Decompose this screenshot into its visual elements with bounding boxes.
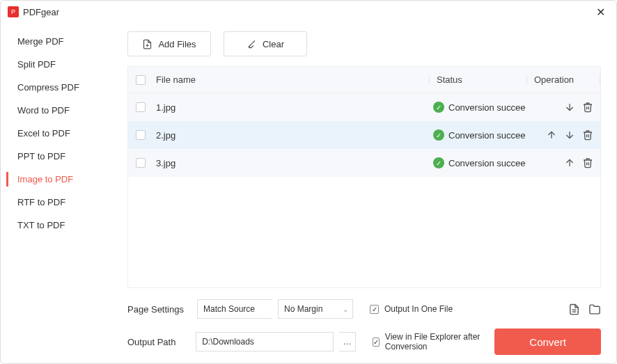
- arrow-up-icon[interactable]: [546, 129, 557, 141]
- app-logo: P: [8, 6, 19, 17]
- add-file-icon: [142, 39, 153, 49]
- chevron-down-icon: ⌄: [343, 306, 348, 313]
- sidebar-item-excel-to-pdf[interactable]: Excel to PDF: [1, 122, 119, 145]
- table-header: File name Status Operation: [128, 67, 600, 93]
- success-icon: ✓: [433, 157, 444, 168]
- browse-button[interactable]: …: [339, 332, 356, 351]
- sidebar-item-rtf-to-pdf[interactable]: RTF to PDF: [1, 191, 119, 214]
- output-path-input[interactable]: D:\Downloads: [196, 332, 334, 351]
- arrow-down-icon[interactable]: [564, 129, 575, 141]
- clear-button[interactable]: Clear: [224, 31, 307, 56]
- trash-icon[interactable]: [582, 102, 593, 113]
- select-all-checkbox[interactable]: [136, 75, 146, 85]
- add-files-button[interactable]: Add Files: [127, 31, 211, 56]
- success-icon: ✓: [433, 102, 444, 113]
- close-icon[interactable]: ✕: [592, 4, 609, 20]
- output-path-value: D:\Downloads: [202, 337, 254, 347]
- titlebar: P PDFgear ✕: [1, 1, 616, 23]
- arrow-up-icon[interactable]: [564, 157, 575, 168]
- header-operation: Operation: [526, 74, 600, 85]
- margin-value: No Margin: [284, 304, 322, 314]
- status-text: Conversion succee: [448, 158, 526, 168]
- page-settings-label: Page Settings: [127, 304, 192, 315]
- status-text: Conversion succee: [448, 130, 526, 141]
- clear-label: Clear: [263, 39, 284, 49]
- arrow-down-icon[interactable]: [564, 102, 575, 113]
- app-title: PDFgear: [23, 7, 59, 17]
- broom-icon: [247, 39, 257, 49]
- table-row[interactable]: 3.jpg✓Conversion succee: [128, 149, 600, 177]
- add-files-label: Add Files: [158, 39, 196, 49]
- page-size-select[interactable]: Match Source: [197, 299, 272, 319]
- sidebar-item-txt-to-pdf[interactable]: TXT to PDF: [1, 214, 119, 237]
- view-explorer-label: View in File Explorer after Conversion: [385, 332, 489, 352]
- page-size-value: Match Source: [203, 304, 255, 314]
- sidebar-item-compress-pdf[interactable]: Compress PDF: [1, 76, 119, 99]
- output-one-file-label: Output In One File: [384, 304, 453, 314]
- row-checkbox[interactable]: [136, 130, 146, 140]
- output-path-label: Output Path: [127, 337, 190, 347]
- success-icon: ✓: [433, 129, 444, 141]
- file-name: 2.jpg: [153, 130, 429, 141]
- sidebar-item-word-to-pdf[interactable]: Word to PDF: [1, 99, 119, 122]
- file-table: File name Status Operation 1.jpg✓Convers…: [127, 66, 601, 288]
- document-icon[interactable]: [568, 303, 580, 315]
- table-row[interactable]: 1.jpg✓Conversion succee: [128, 93, 600, 121]
- header-status: Status: [429, 74, 526, 85]
- sidebar-item-ppt-to-pdf[interactable]: PPT to PDF: [1, 145, 119, 168]
- sidebar-item-merge-pdf[interactable]: Merge PDF: [1, 30, 119, 53]
- status-text: Conversion succee: [448, 102, 526, 113]
- convert-button[interactable]: Convert: [494, 329, 601, 355]
- margin-select[interactable]: No Margin ⌄: [278, 299, 353, 319]
- trash-icon[interactable]: [582, 157, 593, 168]
- table-row[interactable]: 2.jpg✓Conversion succee: [128, 121, 600, 149]
- row-checkbox[interactable]: [136, 102, 146, 112]
- view-explorer-checkbox[interactable]: ✓: [373, 338, 380, 347]
- sidebar: Merge PDFSplit PDFCompress PDFWord to PD…: [1, 23, 119, 363]
- folder-icon[interactable]: [588, 303, 601, 315]
- file-name: 1.jpg: [153, 102, 429, 113]
- sidebar-item-image-to-pdf[interactable]: Image to PDF: [1, 168, 119, 191]
- row-checkbox[interactable]: [136, 158, 146, 168]
- output-one-file-checkbox[interactable]: ✓: [370, 305, 379, 314]
- file-name: 3.jpg: [153, 158, 429, 168]
- sidebar-item-split-pdf[interactable]: Split PDF: [1, 53, 119, 76]
- trash-icon[interactable]: [582, 129, 593, 141]
- header-filename: File name: [153, 74, 429, 85]
